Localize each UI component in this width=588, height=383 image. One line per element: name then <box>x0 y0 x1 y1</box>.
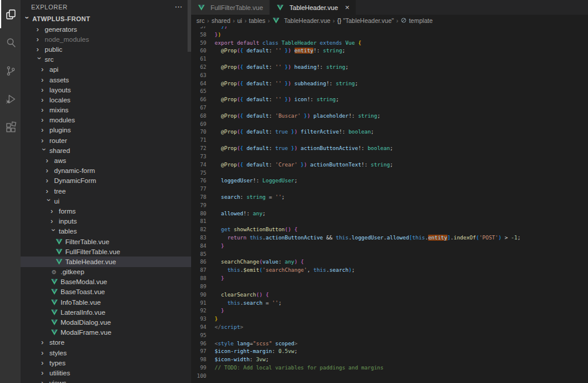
code-line-71[interactable]: 71 <box>191 136 588 144</box>
source-control-icon[interactable] <box>0 56 21 85</box>
tree-item-inputs[interactable]: ›inputs <box>21 217 191 227</box>
tree-item-api[interactable]: ›api <box>21 65 191 75</box>
tree-item-tree[interactable]: ›tree <box>21 186 191 196</box>
code-line-88[interactable]: 88 } <box>191 274 588 282</box>
run-and-debug-icon[interactable] <box>0 85 21 113</box>
code-line-67[interactable]: 67 <box>191 104 588 112</box>
code-line-58[interactable]: 58}) <box>191 31 588 39</box>
breadcrumb-item-src[interactable]: src <box>196 17 205 24</box>
code-line-97[interactable]: 97$icon-right-margin: 0.5vw; <box>191 348 588 356</box>
tree-item-locales[interactable]: ›locales <box>21 95 191 105</box>
code-line-65[interactable]: 65 <box>191 88 588 96</box>
tree-item-modalframe-vue[interactable]: ModalFrame.vue <box>21 328 191 338</box>
code-line-82[interactable]: 82 get showActionButton() { <box>191 225 588 234</box>
code-line-86[interactable]: 86 searchChange(value: any) { <box>191 258 588 267</box>
code-line-77[interactable]: 77 <box>191 185 588 193</box>
code-line-79[interactable]: 79 <box>191 201 588 209</box>
extensions-icon[interactable] <box>0 113 21 141</box>
tree-item-assets[interactable]: ›assets <box>21 75 191 85</box>
code-line-87[interactable]: 87 this.$emit('searchChange', this.searc… <box>191 266 588 274</box>
code-line-59[interactable]: 59export default class TableHeader exten… <box>191 39 588 47</box>
code-line-73[interactable]: 73 <box>191 152 588 161</box>
code-line-95[interactable]: 95 <box>191 331 588 339</box>
tree-item-node-modules[interactable]: ›node_modules <box>21 34 191 44</box>
file-tree: ›ATWPLUS-FRONT›generators›node_modules›p… <box>21 14 191 383</box>
tree-item-generators[interactable]: ›generators <box>21 24 191 34</box>
tree-item-infotable-vue[interactable]: InfoTable.vue <box>21 297 191 307</box>
tab-fullfiltertable-vue[interactable]: FullFilterTable.vue <box>191 0 270 15</box>
code-line-60[interactable]: 60 @Prop({ default: '' }) entity!: strin… <box>191 46 588 55</box>
tree-item-ui[interactable]: ›ui <box>21 196 191 206</box>
breadcrumb-item-tables[interactable]: tables <box>249 17 265 24</box>
tree-item-utilities[interactable]: ›utilities <box>21 368 191 378</box>
tree-item-basemodal-vue[interactable]: BaseModal.vue <box>21 277 191 287</box>
tree-item-tableheader-vue[interactable]: TableHeader.vue <box>21 257 191 267</box>
breadcrumb-item-shared[interactable]: shared <box>212 17 230 24</box>
code-line-80[interactable]: 80 allowed!: any; <box>191 209 588 218</box>
more-actions-icon[interactable]: ⋯ <box>175 2 183 11</box>
tree-item-basetoast-vue[interactable]: BaseToast.vue <box>21 287 191 297</box>
code-line-91[interactable]: 91 this.search = ''; <box>191 299 588 307</box>
tree-item-layouts[interactable]: ›layouts <box>21 85 191 95</box>
tab-tableheader-vue[interactable]: TableHeader.vue× <box>270 0 356 15</box>
tree-item-views[interactable]: ›views <box>21 378 191 383</box>
tree-item-types[interactable]: ›types <box>21 358 191 368</box>
code-line-89[interactable]: 89 <box>191 282 588 291</box>
code-editor[interactable]: 57 })58})59export default class TableHea… <box>191 26 588 383</box>
code-line-66[interactable]: 66 @Prop({ default: '' }) icon!: string; <box>191 95 588 104</box>
tree-item-gitkeep[interactable]: ⚙.gitkeep <box>21 267 191 277</box>
tree-item-forms[interactable]: ›forms <box>21 206 191 216</box>
code-line-72[interactable]: 72 @Prop({ default: true }) actionButton… <box>191 144 588 152</box>
code-line-96[interactable]: 96<style lang="scss" scoped> <box>191 339 588 348</box>
tree-item-store[interactable]: ›store <box>21 338 191 348</box>
breadcrumb-item-tableheader-vue[interactable]: {}"TableHeader.vue" <box>338 17 394 24</box>
code-line-94[interactable]: 94</script> <box>191 323 588 331</box>
code-line-76[interactable]: 76 loggedUser!: LoggedUser; <box>191 176 588 185</box>
close-icon[interactable]: × <box>345 4 350 11</box>
breadcrumb-item-template[interactable]: template <box>400 17 432 25</box>
code-line-99[interactable]: 99// TODO: Add local variables for paddi… <box>191 364 588 372</box>
code-line-81[interactable]: 81 <box>191 218 588 226</box>
tree-item-atwplus-front[interactable]: ›ATWPLUS-FRONT <box>21 14 191 24</box>
code-line-64[interactable]: 64 @Prop({ default: '' }) subheading!: s… <box>191 79 588 88</box>
code-line-85[interactable]: 85 <box>191 250 588 258</box>
code-line-62[interactable]: 62 @Prop({ default: '' }) heading!: stri… <box>191 63 588 71</box>
code-line-70[interactable]: 70 @Prop({ default: true }) filterActive… <box>191 128 588 136</box>
code-line-100[interactable]: 100 <box>191 372 588 380</box>
code-line-93[interactable]: 93} <box>191 315 588 323</box>
code-line-78[interactable]: 78 search: string = ''; <box>191 193 588 201</box>
tree-item-styles[interactable]: ›styles <box>21 348 191 358</box>
breadcrumb-item-ui[interactable]: ui <box>237 17 242 24</box>
tree-item-public[interactable]: ›public <box>21 44 191 54</box>
tree-item-mixins[interactable]: ›mixins <box>21 105 191 115</box>
code-line-57[interactable]: 57 }) <box>191 26 588 31</box>
code-line-98[interactable]: 98$icon-width: 3vw; <box>191 355 588 364</box>
tree-item-filtertable-vue[interactable]: FilterTable.vue <box>21 237 191 247</box>
tree-item-shared[interactable]: ›shared <box>21 145 191 155</box>
code-line-75[interactable]: 75 <box>191 169 588 177</box>
tree-item-router[interactable]: ›router <box>21 135 191 145</box>
explorer-icon[interactable] <box>0 0 21 28</box>
sidebar-scrollbar[interactable] <box>188 0 191 52</box>
code-line-84[interactable]: 84 } <box>191 242 588 250</box>
code-line-83[interactable]: 83 return this.actionButtonActive && thi… <box>191 234 588 242</box>
tree-item-modules[interactable]: ›modules <box>21 115 191 125</box>
tree-item-tables[interactable]: ›tables <box>21 227 191 237</box>
tree-item-aws[interactable]: ›aws <box>21 155 191 165</box>
tree-item-dynamicform[interactable]: ›DynamicForm <box>21 176 191 186</box>
code-line-74[interactable]: 74 @Prop({ default: 'Crear' }) actionBut… <box>191 161 588 169</box>
code-line-90[interactable]: 90 clearSearch() { <box>191 291 588 299</box>
tree-item-lateralinfo-vue[interactable]: LateralInfo.vue <box>21 307 191 317</box>
code-line-61[interactable]: 61 <box>191 55 588 63</box>
search-icon[interactable] <box>0 28 21 56</box>
breadcrumb-item-tableheader-vue[interactable]: TableHeader.vue <box>272 17 330 24</box>
tree-item-modaldialog-vue[interactable]: ModalDialog.vue <box>21 317 191 327</box>
code-line-69[interactable]: 69 <box>191 120 588 128</box>
code-line-68[interactable]: 68 @Prop({ default: 'Buscar' }) placehol… <box>191 112 588 120</box>
tree-item-dynamic-form[interactable]: ›dynamic-form <box>21 166 191 176</box>
tree-item-plugins[interactable]: ›plugins <box>21 125 191 135</box>
code-line-63[interactable]: 63 <box>191 71 588 79</box>
tree-item-fullfiltertable-vue[interactable]: FullFilterTable.vue <box>21 247 191 257</box>
tree-item-src[interactable]: ›src <box>21 55 191 65</box>
code-line-92[interactable]: 92 } <box>191 307 588 315</box>
